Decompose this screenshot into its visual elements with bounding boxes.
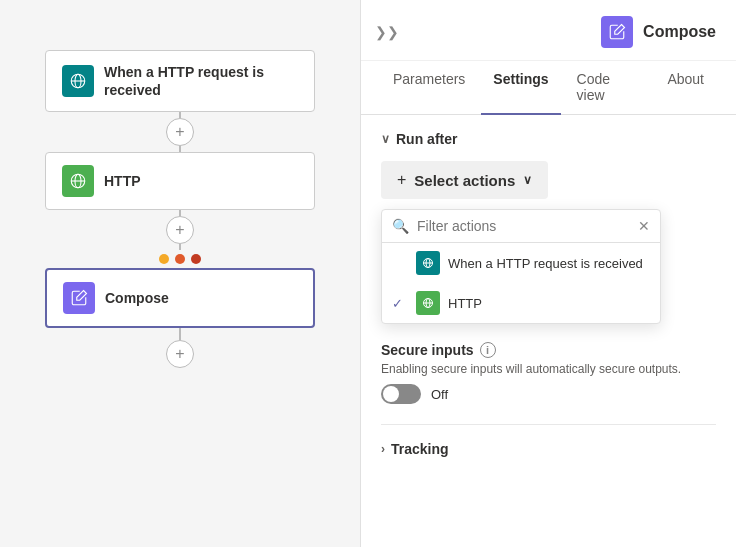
clear-search-icon[interactable]: ✕ bbox=[638, 218, 650, 234]
tracking-chevron: › bbox=[381, 442, 385, 456]
panel-header: ❯❯ Compose bbox=[361, 0, 736, 61]
search-row: 🔍 ✕ bbox=[382, 210, 660, 243]
http-trigger-node[interactable]: When a HTTP request is received bbox=[45, 50, 315, 112]
action-item-http[interactable]: ✓ HTTP bbox=[382, 283, 660, 323]
tab-settings[interactable]: Settings bbox=[481, 61, 560, 115]
run-after-section-header[interactable]: ∨ Run after bbox=[381, 131, 716, 147]
filter-actions-input[interactable] bbox=[417, 218, 630, 234]
tracking-label: Tracking bbox=[391, 441, 449, 457]
status-dots bbox=[159, 254, 201, 264]
secure-inputs-description: Enabling secure inputs will automaticall… bbox=[381, 362, 716, 376]
add-between-btn-1[interactable]: + bbox=[166, 118, 194, 146]
run-after-label: Run after bbox=[396, 131, 457, 147]
panel-content: ∨ Run after + Select actions ∨ 🔍 ✕ ✓ bbox=[361, 115, 736, 547]
secure-inputs-info-icon[interactable]: i bbox=[480, 342, 496, 358]
actions-dropdown: 🔍 ✕ ✓ When a HTTP request is bbox=[381, 209, 661, 324]
compose-icon bbox=[63, 282, 95, 314]
connector-3: + bbox=[166, 328, 194, 368]
http-action-node[interactable]: HTTP bbox=[45, 152, 315, 210]
panel-title: Compose bbox=[643, 23, 716, 41]
http-trigger-icon bbox=[62, 65, 94, 97]
search-icon: 🔍 bbox=[392, 218, 409, 234]
flow-canvas: When a HTTP request is received + HTTP + bbox=[0, 0, 360, 547]
toggle-row: Off bbox=[381, 384, 716, 404]
select-actions-caret: ∨ bbox=[523, 173, 532, 187]
dot-3 bbox=[191, 254, 201, 264]
http-action-icon bbox=[62, 165, 94, 197]
toggle-knob bbox=[383, 386, 399, 402]
select-actions-label: Select actions bbox=[414, 172, 515, 189]
select-actions-button[interactable]: + Select actions ∨ bbox=[381, 161, 548, 199]
properties-panel: ❯❯ Compose Parameters Settings Code view… bbox=[360, 0, 736, 547]
action-item-icon-http bbox=[416, 291, 440, 315]
tab-code-view[interactable]: Code view bbox=[565, 61, 652, 115]
collapse-button[interactable]: ❯❯ bbox=[375, 24, 399, 40]
action-item-icon-http-trigger bbox=[416, 251, 440, 275]
http-trigger-label: When a HTTP request is received bbox=[104, 63, 298, 99]
plus-icon: + bbox=[397, 171, 406, 189]
connector-line-3 bbox=[179, 328, 181, 340]
connector-line-2b bbox=[179, 244, 181, 250]
action-item-http-trigger[interactable]: ✓ When a HTTP request is received bbox=[382, 243, 660, 283]
add-below-btn[interactable]: + bbox=[166, 340, 194, 368]
secure-inputs-toggle[interactable] bbox=[381, 384, 421, 404]
dot-2 bbox=[175, 254, 185, 264]
action-item-label-http: HTTP bbox=[448, 296, 482, 311]
secure-inputs-title: Secure inputs bbox=[381, 342, 474, 358]
action-item-label-http-trigger: When a HTTP request is received bbox=[448, 256, 643, 271]
check-mark-http: ✓ bbox=[392, 296, 408, 311]
tab-parameters[interactable]: Parameters bbox=[381, 61, 477, 115]
secure-inputs-title-row: Secure inputs i bbox=[381, 342, 716, 358]
tab-about[interactable]: About bbox=[655, 61, 716, 115]
add-between-btn-2[interactable]: + bbox=[166, 216, 194, 244]
compose-label: Compose bbox=[105, 289, 169, 307]
secure-inputs-section: Secure inputs i Enabling secure inputs w… bbox=[381, 342, 716, 404]
panel-tabs: Parameters Settings Code view About bbox=[361, 61, 736, 115]
connector-2: + bbox=[166, 210, 194, 250]
toggle-label: Off bbox=[431, 387, 448, 402]
http-action-label: HTTP bbox=[104, 172, 141, 190]
connector-1: + bbox=[166, 112, 194, 152]
dot-1 bbox=[159, 254, 169, 264]
run-after-chevron: ∨ bbox=[381, 132, 390, 146]
actions-list: ✓ When a HTTP request is received ✓ bbox=[382, 243, 660, 323]
flow-nodes: When a HTTP request is received + HTTP + bbox=[0, 30, 360, 368]
panel-header-icon bbox=[601, 16, 633, 48]
compose-node[interactable]: Compose bbox=[45, 268, 315, 328]
tracking-section-header[interactable]: › Tracking bbox=[381, 441, 716, 457]
tracking-section: › Tracking bbox=[381, 424, 716, 457]
